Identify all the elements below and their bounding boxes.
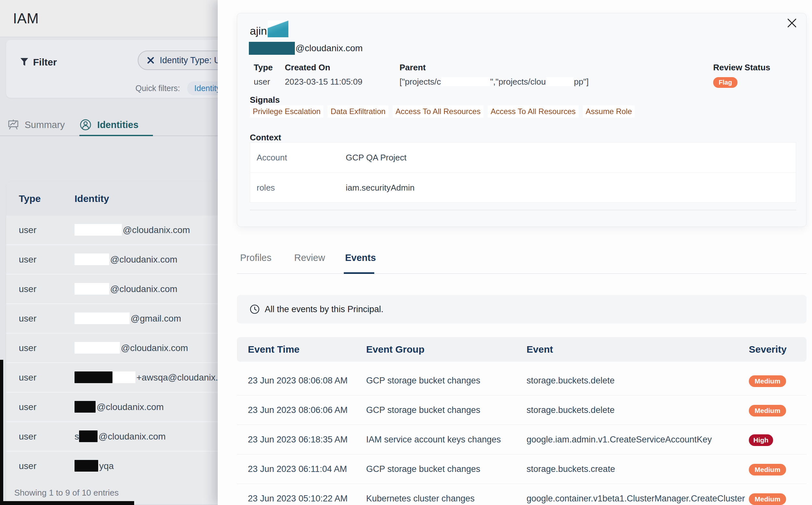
redaction-box [546,77,574,86]
type-value: user [254,77,270,87]
event-group: GCP storage bucket changes [366,395,480,425]
identity-email: @cloudanix.com [249,42,363,55]
detail-tabs: Profiles Review Events [237,250,807,274]
parent-label: Parent [400,62,426,72]
redaction-box [441,77,490,86]
signals-label: Signals [250,95,280,105]
review-status-value: Flag [713,77,738,88]
cell-identity: s@cloudanix.com [74,422,166,451]
redaction-box [74,283,109,295]
email-redaction-box [249,42,295,55]
column-header-type: Type [19,181,41,215]
context-label: Context [250,133,281,143]
event-time: 23 Jun 2023 06:11:04 AM [248,455,347,484]
tab-summary[interactable]: Summary [7,114,79,136]
cell-type: user [19,245,36,274]
event-group: GCP storage bucket changes [366,455,480,484]
identities-person-icon [79,119,92,131]
filter-icon [20,58,28,67]
cell-type: user [19,392,36,422]
tab-profiles[interactable]: Profiles [240,252,271,263]
card-divider [250,210,796,210]
context-row-account: Account GCP QA Project [250,143,796,172]
context-key: Account [257,143,287,172]
chip-close-icon[interactable] [147,56,155,64]
events-rows: 23 Jun 2023 08:06:08 AM GCP storage buck… [237,366,807,505]
filter-header[interactable]: Filter [20,57,57,68]
severity-cell: High [749,425,773,455]
redaction-box [79,431,97,442]
flag-badge[interactable]: Flag [713,77,738,88]
tab-identities[interactable]: Identities [79,114,153,136]
filter-label: Filter [33,57,57,68]
signal-chip[interactable]: Data Exfiltration [328,105,388,118]
column-header-identity: Identity [74,181,109,215]
signal-chip[interactable]: Privilege Escalation [250,105,324,118]
cell-identity: @cloudanix.com [74,215,190,244]
created-on-label: Created On [285,62,330,72]
redaction-box [74,313,130,324]
event-name: google.container.v1beta1.ClusterManager.… [527,484,745,505]
severity-badge: Medium [749,493,786,505]
close-icon[interactable] [785,16,798,29]
name-redaction-box [268,20,288,37]
cell-identity: yqa [74,452,114,480]
severity-cell: Medium [749,455,786,484]
active-tab-underline [344,272,374,274]
cell-identity: @gmail.com [74,304,181,333]
review-status-label: Review Status [713,62,770,72]
severity-cell: Medium [749,395,786,425]
signals-list: Privilege Escalation Data Exfiltration A… [250,105,635,118]
event-row[interactable]: 23 Jun 2023 08:06:08 AM GCP storage buck… [237,366,807,395]
severity-badge: High [749,434,773,446]
cell-type: user [19,304,36,333]
tab-review[interactable]: Review [294,252,325,263]
events-banner: All the events by this Principal. [237,295,807,324]
redaction-box [74,371,113,383]
column-header-event-time: Event Time [248,337,300,362]
cell-type: user [19,422,36,451]
cell-identity: @cloudanix.com [74,392,164,422]
iam-screen: IAM Filter Identity Type: Us Quick fi [0,0,812,505]
identity-name: ajin [250,20,288,37]
tab-events[interactable]: Events [345,252,376,263]
cell-type: user [19,215,36,244]
redaction-box [74,401,95,412]
signal-chip[interactable]: Access To All Resources [393,105,483,118]
event-name: storage.buckets.delete [527,366,615,395]
redaction-box [74,254,109,265]
event-name: storage.buckets.delete [527,395,615,425]
redaction-strip-bottom [0,501,134,505]
severity-badge: Medium [749,375,786,387]
redaction-box [114,371,136,383]
chip-label: Identity Type: Us [160,55,225,65]
quick-filters-label: Quick filters: [136,83,180,93]
events-table: Event Time Event Group Event Severity 23… [237,337,807,505]
event-group: IAM service account keys changes [366,425,501,455]
clock-icon [249,304,260,314]
event-time: 23 Jun 2023 06:18:35 AM [248,425,348,455]
cell-type: user [19,334,36,362]
signal-chip[interactable]: Access To All Resources [488,105,578,118]
created-on-value: 2023-03-15 11:05:09 [285,77,363,87]
event-row[interactable]: 23 Jun 2023 08:06:06 AM GCP storage buck… [237,395,807,425]
cell-type: user [19,363,36,392]
redaction-box [74,224,122,236]
identity-summary-card: ajin @cloudanix.com Type Created On Pare… [237,13,807,227]
redaction-box [74,342,120,354]
redaction-strip-vertical [0,360,3,505]
column-header-severity: Severity [749,337,787,362]
column-header-event: Event [527,337,553,362]
event-row[interactable]: 23 Jun 2023 06:18:35 AM IAM service acco… [237,425,807,455]
signal-chip[interactable]: Assume Role [583,105,635,118]
event-time: 23 Jun 2023 08:06:06 AM [248,395,348,425]
page-title: IAM [13,10,39,27]
event-group: GCP storage bucket changes [366,366,480,395]
redaction-box [74,460,98,472]
context-row-roles: roles iam.securityAdmin [250,172,796,202]
cell-identity: @cloudanix.com [74,245,177,274]
entries-count: Showing 1 to 9 of 10 entries [14,488,119,498]
event-row[interactable]: 23 Jun 2023 05:10:22 AM Kubernetes clust… [237,484,807,505]
event-row[interactable]: 23 Jun 2023 06:11:04 AM GCP storage buck… [237,455,807,484]
cell-identity: +awsqa@cloudanix.com [74,363,235,392]
